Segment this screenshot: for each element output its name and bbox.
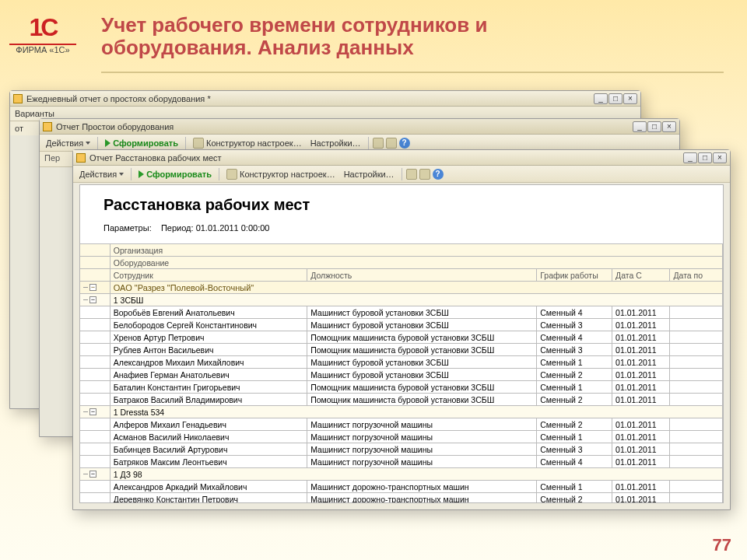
schedule: Сменный 2 [537,418,612,431]
table-row: Бабинцев Василий АртуровичМашинист погру… [80,443,723,456]
settings-button[interactable]: Настройки… [341,168,398,180]
form-button[interactable]: Сформировать [135,168,215,180]
cell [80,493,110,504]
tree-toggle: − [80,282,110,294]
employee: Батряков Максим Леонтьевич [110,456,307,468]
table-row: Организация [80,244,723,257]
slide-title: Учет рабочего времени сотрудников и обор… [101,14,724,58]
date-from: 01.01.2011 [612,331,670,344]
cell [80,369,110,381]
employee: Белобородов Сергей Константинович [110,319,307,331]
app-icon [13,94,23,103]
date-from: 01.01.2011 [612,456,670,468]
employee: Батраков Василий Владимирович [110,394,307,406]
header-pos: Должность [307,269,537,282]
date-to [670,319,723,331]
chevron-down-icon [119,173,124,176]
position: Помощник машиниста буровой установки 3СБ… [307,381,537,394]
date-to [670,356,723,369]
position: Машинист погрузочной машины [307,418,537,431]
schedule: Сменный 2 [537,493,612,504]
tool-icon[interactable] [373,138,384,149]
position: Машинист дорожно-транспортных машин [307,481,537,493]
form-button[interactable]: Сформировать [102,137,181,149]
actions-menu[interactable]: Действия [76,168,127,180]
window-titlebar[interactable]: Ежедневный отчет о простоях оборудования… [10,91,640,107]
maximize-button[interactable]: □ [647,121,661,132]
gear-icon [226,169,237,180]
table-row: Деревянко Константин ПетровичМашинист до… [80,493,723,504]
play-icon [139,170,144,178]
settings-button[interactable]: Настройки… [307,137,364,149]
report-area[interactable]: Расстановка рабочих мест Параметры: Пери… [79,184,724,503]
employee: Хренов Артур Петрович [110,331,307,344]
help-icon[interactable]: ? [433,169,444,180]
chevron-down-icon [86,142,90,145]
employee: Воробьёв Евгений Анатольевич [110,306,307,319]
employee: Баталин Константин Григорьевич [110,381,307,394]
collapse-icon[interactable]: − [89,471,96,478]
window-titlebar[interactable]: Отчет Расстановка рабочих мест _ □ × [73,150,730,166]
schedule: Сменный 2 [537,394,612,406]
maximize-button[interactable]: □ [608,93,622,104]
tool-icon[interactable] [386,138,397,149]
schedule: Сменный 1 [537,431,612,443]
window-workplace-report: Отчет Расстановка рабочих мест _ □ × Дей… [72,149,731,510]
position: Помощник машиниста буровой установки 3СБ… [307,344,537,356]
slide-title-line2: оборудования. Анализ данных [101,36,414,59]
page-number: 77 [713,535,731,555]
report-title: Расстановка рабочих мест [80,185,723,219]
collapse-icon[interactable]: − [89,408,96,415]
employee: Бабинцев Василий Артурович [110,443,307,456]
help-icon[interactable]: ? [399,138,410,149]
table-row: −1 Dressta 534 [80,406,723,418]
logo: 1С ФИРМА «1С» [8,8,78,54]
date-to [670,344,723,356]
schedule: Сменный 3 [537,443,612,456]
cell [80,356,110,369]
date-to [670,443,723,456]
date-to [670,381,723,394]
date-from: 01.01.2011 [612,306,670,319]
table-row: Рублев Антон ВасильевичПомощник машинист… [80,344,723,356]
cell [80,257,110,269]
date-from: 01.01.2011 [612,394,670,406]
window-titlebar[interactable]: Отчет Простои оборудования _ □ × [40,119,679,135]
table-row: Анафиев Герман АнатольевичМашинист буров… [80,369,723,381]
collapse-icon[interactable]: − [89,284,96,291]
minimize-button[interactable]: _ [633,121,647,132]
close-button[interactable]: × [713,152,727,163]
constructor-button[interactable]: Конструктор настроек… [223,167,338,181]
date-from: 01.01.2011 [612,369,670,381]
position: Машинист буровой установки 3СБШ [307,319,537,331]
close-button[interactable]: × [662,121,676,132]
minimize-button[interactable]: _ [594,93,608,104]
tool-icon[interactable] [419,169,430,180]
table-row: Воробьёв Евгений АнатольевичМашинист бур… [80,306,723,319]
window-title-text: Ежедневный отчет о простоях оборудования… [26,94,211,103]
employee: Деревянко Константин Петрович [110,493,307,504]
date-to [670,493,723,504]
tree-toggle: − [80,294,110,306]
maximize-button[interactable]: □ [698,152,712,163]
minimize-button[interactable]: _ [683,152,697,163]
position: Машинист буровой установки 3СБШ [307,306,537,319]
close-button[interactable]: × [623,93,637,104]
date-from: 01.01.2011 [612,319,670,331]
constructor-button[interactable]: Конструктор настроек… [190,136,305,150]
table-row: СотрудникДолжностьГрафик работыДата СДат… [80,269,723,282]
report-table: ОрганизацияОборудованиеСотрудникДолжност… [80,243,723,503]
tool-icon[interactable] [406,169,417,180]
cell [80,394,110,406]
cell [80,244,110,257]
cell [80,381,110,394]
logo-mark: 1С [16,8,70,47]
employee: Александров Аркадий Михайлович [110,481,307,493]
collapse-icon[interactable]: − [89,296,96,303]
app-icon [76,153,86,163]
actions-menu[interactable]: Действия [43,137,93,149]
header-org: Организация [110,244,722,257]
gear-icon [193,138,204,149]
cell [80,456,110,468]
employee: Александров Михаил Михайлович [110,356,307,369]
